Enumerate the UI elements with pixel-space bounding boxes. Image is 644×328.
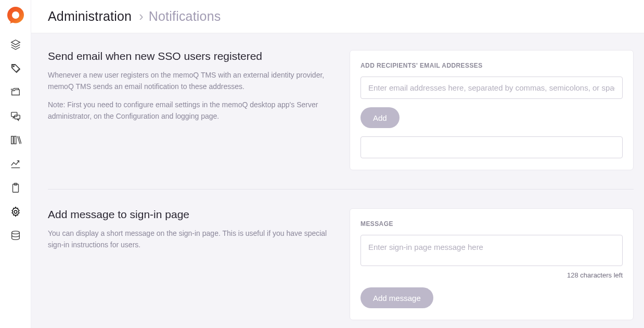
svg-rect-6	[14, 136, 16, 144]
section-desc-sso-1: Whenever a new user registers on the mem…	[48, 70, 333, 92]
breadcrumb: Administration › Notifications	[31, 0, 644, 33]
card-label-sso: ADD RECIPIENTS' EMAIL ADDRESSES	[360, 62, 623, 69]
card-label-signin: MESSAGE	[360, 220, 623, 228]
card-signin-message: MESSAGE 128 characters left Add message	[350, 208, 634, 320]
brand-logo[interactable]	[7, 6, 24, 24]
nav-tags[interactable]	[3, 57, 28, 79]
breadcrumb-root[interactable]: Administration	[48, 9, 132, 24]
side-nav	[0, 0, 31, 328]
add-recipient-button[interactable]: Add	[360, 107, 400, 128]
svg-point-12	[14, 210, 17, 213]
add-signin-message-button[interactable]: Add message	[360, 287, 433, 308]
nav-analytics[interactable]	[3, 153, 28, 175]
chevron-right-icon: ›	[139, 9, 144, 24]
section-title-signin: Add message to sign-in page	[48, 208, 333, 221]
breadcrumb-current: Notifications	[149, 9, 221, 24]
nav-files[interactable]	[3, 81, 28, 103]
nav-chat[interactable]	[3, 105, 28, 127]
recipient-list	[360, 136, 623, 158]
svg-rect-5	[11, 136, 13, 144]
signin-message-chars-left: 128 characters left	[360, 271, 623, 279]
nav-clipboard[interactable]	[3, 177, 28, 199]
section-desc-signin: You can display a short message on the s…	[48, 228, 333, 250]
card-sso-recipients: ADD RECIPIENTS' EMAIL ADDRESSES Add	[350, 50, 634, 170]
nav-database[interactable]	[3, 225, 28, 247]
recipient-email-input[interactable]	[360, 77, 623, 99]
nav-layers[interactable]	[3, 33, 28, 55]
nav-library[interactable]	[3, 129, 28, 151]
nav-settings[interactable]	[3, 201, 28, 223]
svg-point-13	[11, 231, 19, 234]
section-title-sso: Send email when new SSO users registered	[48, 50, 333, 62]
page: Administration › Notifications Send emai…	[31, 0, 644, 328]
signin-message-input[interactable]	[360, 235, 623, 266]
section-sso-notify: Send email when new SSO users registered…	[48, 50, 634, 190]
svg-rect-3	[11, 112, 17, 117]
section-signin-message: Add message to sign-in page You can disp…	[48, 208, 634, 320]
svg-marker-1	[11, 40, 20, 45]
svg-point-0	[12, 11, 19, 19]
content-scroll: Send email when new SSO users registered…	[31, 33, 644, 328]
svg-point-2	[13, 66, 14, 67]
section-desc-sso-2: Note: First you need to configure email …	[48, 99, 333, 122]
